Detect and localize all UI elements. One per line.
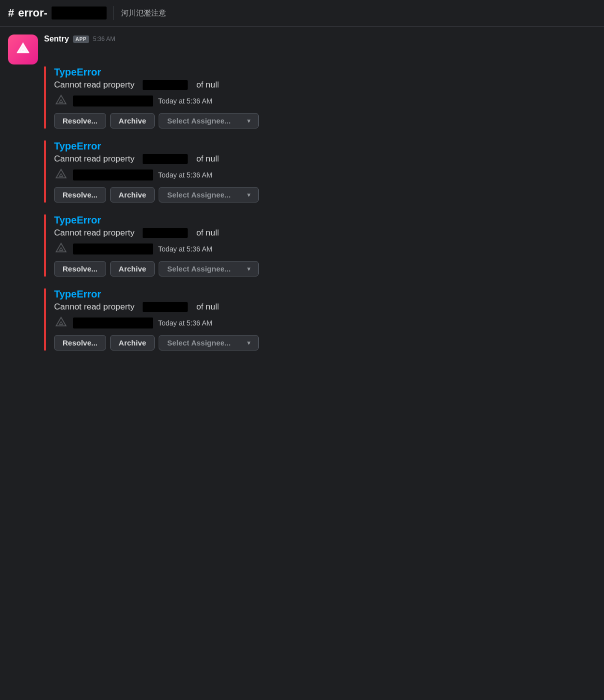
sentry-small-icon-3 <box>54 316 68 330</box>
assignee-select-3[interactable]: Select Assignee... ▾ <box>159 335 259 350</box>
error-message-prefix: Cannot read property <box>54 302 135 312</box>
redacted-source-0 <box>73 96 153 106</box>
archive-button-2[interactable]: Archive <box>110 261 155 276</box>
hash-symbol: # <box>8 6 14 20</box>
assignee-placeholder-1: Select Assignee... <box>167 190 231 199</box>
error-item: TypeError Cannot read property of null T… <box>44 288 596 350</box>
meta-time-1: Today at 5:36 AM <box>158 171 212 179</box>
error-meta: Today at 5:36 AM <box>54 168 596 182</box>
error-item: TypeError Cannot read property of null T… <box>44 66 596 128</box>
assignee-placeholder-0: Select Assignee... <box>167 116 231 125</box>
assignee-placeholder-2: Select Assignee... <box>167 264 231 273</box>
meta-time-3: Today at 5:36 AM <box>158 319 212 327</box>
redacted-property-3 <box>143 302 188 312</box>
error-message-prefix: Cannot read property <box>54 80 135 90</box>
sentry-small-icon-1 <box>54 168 68 182</box>
assignee-select-0[interactable]: Select Assignee... ▾ <box>159 113 259 128</box>
error-type: TypeError <box>54 214 596 226</box>
error-actions-2: Resolve... Archive Select Assignee... ▾ <box>54 261 596 276</box>
assignee-select-1[interactable]: Select Assignee... ▾ <box>159 187 259 202</box>
chevron-down-icon-3: ▾ <box>247 340 250 346</box>
archive-button-3[interactable]: Archive <box>110 335 155 350</box>
error-meta: Today at 5:36 AM <box>54 242 596 256</box>
sentry-logo-icon <box>14 40 32 58</box>
archive-button-0[interactable]: Archive <box>110 113 155 128</box>
redacted-property-0 <box>143 80 188 90</box>
error-message-suffix: of null <box>196 228 219 238</box>
meta-time-0: Today at 5:36 AM <box>158 97 212 105</box>
sentry-small-icon-0 <box>54 94 68 108</box>
assignee-select-2[interactable]: Select Assignee... ▾ <box>159 261 259 276</box>
chevron-down-icon-1: ▾ <box>247 192 250 198</box>
channel-name: # error- <box>8 6 107 20</box>
messages-container: Sentry APP 5:36 AM TypeError Cannot read… <box>0 26 604 370</box>
redacted-property-1 <box>143 154 188 164</box>
error-message: Cannot read property of null <box>54 302 596 312</box>
error-type: TypeError <box>54 66 596 78</box>
errors-list: TypeError Cannot read property of null T… <box>44 66 596 350</box>
channel-topic: 河川氾濫注意 <box>121 8 166 18</box>
error-item: TypeError Cannot read property of null T… <box>44 214 596 276</box>
error-message-prefix: Cannot read property <box>54 154 135 164</box>
error-type: TypeError <box>54 140 596 152</box>
error-actions-3: Resolve... Archive Select Assignee... ▾ <box>54 335 596 350</box>
sentry-small-icon-2 <box>54 242 68 256</box>
avatar <box>8 34 38 64</box>
error-meta: Today at 5:36 AM <box>54 316 596 330</box>
error-message-suffix: of null <box>196 154 219 164</box>
app-badge: APP <box>73 36 89 43</box>
chevron-down-icon-0: ▾ <box>247 118 250 124</box>
error-message: Cannot read property of null <box>54 154 596 164</box>
error-type: TypeError <box>54 288 596 300</box>
redacted-source-3 <box>73 318 153 328</box>
channel-header: # error- 河川氾濫注意 <box>0 0 604 26</box>
error-actions-1: Resolve... Archive Select Assignee... ▾ <box>54 187 596 202</box>
resolve-button-0[interactable]: Resolve... <box>54 113 106 128</box>
error-message: Cannot read property of null <box>54 228 596 238</box>
redacted-source-2 <box>73 244 153 254</box>
archive-button-1[interactable]: Archive <box>110 187 155 202</box>
message-timestamp: 5:36 AM <box>93 36 115 42</box>
resolve-button-2[interactable]: Resolve... <box>54 261 106 276</box>
redacted-property-2 <box>143 228 188 238</box>
assignee-placeholder-3: Select Assignee... <box>167 338 231 347</box>
message-group: Sentry APP 5:36 AM <box>8 34 596 64</box>
message-content: Sentry APP 5:36 AM <box>44 34 596 46</box>
resolve-button-1[interactable]: Resolve... <box>54 187 106 202</box>
error-message-suffix: of null <box>196 302 219 312</box>
error-meta: Today at 5:36 AM <box>54 94 596 108</box>
resolve-button-3[interactable]: Resolve... <box>54 335 106 350</box>
chevron-down-icon-2: ▾ <box>247 266 250 272</box>
error-item: TypeError Cannot read property of null T… <box>44 140 596 202</box>
error-message: Cannot read property of null <box>54 80 596 90</box>
error-actions-0: Resolve... Archive Select Assignee... ▾ <box>54 113 596 128</box>
header-divider <box>114 6 114 20</box>
error-message-suffix: of null <box>196 80 219 90</box>
error-message-prefix: Cannot read property <box>54 228 135 238</box>
channel-name-text: error- <box>18 6 48 20</box>
sender-name: Sentry <box>44 34 69 44</box>
message-header: Sentry APP 5:36 AM <box>44 34 596 44</box>
redacted-source-1 <box>73 170 153 180</box>
meta-time-2: Today at 5:36 AM <box>158 245 212 253</box>
